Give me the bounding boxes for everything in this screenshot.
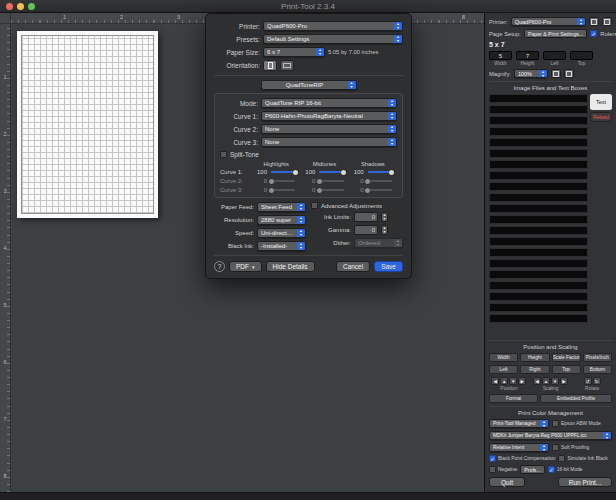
run-print-button[interactable]: Run Print... <box>558 477 612 487</box>
curve2-highlights-slider[interactable] <box>271 180 295 182</box>
image-list-row[interactable] <box>489 160 588 169</box>
right-button[interactable]: Right <box>520 365 549 374</box>
save-button[interactable]: Save <box>374 261 403 272</box>
text-button[interactable]: Text <box>590 94 612 110</box>
gamma-stepper[interactable] <box>381 225 388 235</box>
pane-selector[interactable]: QuadToneRIP <box>261 80 357 90</box>
image-list-row[interactable] <box>489 303 588 312</box>
image-list-row[interactable] <box>489 204 588 213</box>
page-preview[interactable] <box>17 31 158 218</box>
paper-feed-select[interactable]: Sheet Feed <box>257 202 306 212</box>
scaling-nudge-down-icon[interactable]: ▼ <box>551 377 559 385</box>
curve1-select[interactable]: P600-Hahn-PhotoRagBaryta-Neutral <box>261 111 397 121</box>
image-list-row[interactable] <box>489 248 588 257</box>
hide-details-button[interactable]: Hide Details <box>266 261 315 272</box>
width-button[interactable]: Width <box>489 353 518 362</box>
rulers-checkbox[interactable] <box>590 30 597 37</box>
curve1-highlights-slider[interactable] <box>271 171 295 173</box>
rotate-cw-icon[interactable]: ↻ <box>593 377 601 385</box>
ink-limits-field[interactable]: 0 <box>354 212 378 222</box>
mode-select[interactable]: QuadTone RIP 16-bit <box>261 98 397 108</box>
image-list-row[interactable] <box>489 281 588 290</box>
height-field[interactable]: 7 <box>516 51 539 60</box>
left-field[interactable] <box>543 51 566 60</box>
reload-button[interactable]: Reload <box>590 112 612 122</box>
magnify-select[interactable]: 100% <box>514 69 548 78</box>
top-button[interactable]: Top <box>552 365 581 374</box>
image-list-row[interactable] <box>489 182 588 191</box>
image-list-row[interactable] <box>489 127 588 136</box>
abw-mode-checkbox[interactable] <box>552 420 559 427</box>
rotate-ccw-icon[interactable]: ↺ <box>584 377 592 385</box>
advanced-adjustments-checkbox[interactable] <box>311 202 318 209</box>
gamma-field[interactable]: 0 <box>354 225 378 235</box>
curve3-highlights-slider[interactable] <box>271 189 295 191</box>
curve1-midtones-slider[interactable] <box>319 171 343 173</box>
image-list-row[interactable] <box>489 226 588 235</box>
image-list-row[interactable] <box>489 270 588 279</box>
image-list-row[interactable] <box>489 215 588 224</box>
image-file-list[interactable] <box>489 94 588 337</box>
color-managed-select[interactable]: Print-Tool Managed <box>489 419 549 428</box>
printer-select[interactable]: QuadP600-Pro <box>263 21 403 31</box>
help-button[interactable]: ? <box>214 261 225 272</box>
curve2-select[interactable]: None <box>261 124 397 134</box>
icc-profile-select[interactable]: MDKit Juniper Baryta Rag P600 UPPFL.icc <box>489 431 612 440</box>
left-button[interactable]: Left <box>489 365 518 374</box>
quit-button[interactable]: Quit <box>489 477 525 487</box>
simulate-ink-black-checkbox[interactable] <box>558 455 565 462</box>
image-list-row[interactable] <box>489 292 588 301</box>
paper-print-settings-button[interactable]: Paper & Print Settings... <box>524 29 587 38</box>
image-list-row[interactable] <box>489 259 588 268</box>
negative-checkbox[interactable] <box>489 466 496 473</box>
image-list-row[interactable] <box>489 94 588 103</box>
image-list-row[interactable] <box>489 116 588 125</box>
position-nudge-down-icon[interactable]: ▼ <box>509 377 517 385</box>
image-list-row[interactable] <box>489 149 588 158</box>
bottom-button[interactable]: Bottom <box>583 365 612 374</box>
orientation-portrait-button[interactable] <box>263 60 277 71</box>
curve3-select[interactable]: None <box>261 137 397 147</box>
image-list-row[interactable] <box>489 171 588 180</box>
cancel-button[interactable]: Cancel <box>336 261 370 272</box>
image-list-row[interactable] <box>489 193 588 202</box>
curve1-shadows-slider[interactable] <box>368 171 392 173</box>
curve2-shadows-slider[interactable] <box>368 180 392 182</box>
printer-setup-icon[interactable] <box>602 17 612 26</box>
zoom-fit-icon[interactable] <box>551 69 561 78</box>
speed-select[interactable]: Uni-directional <box>257 228 306 238</box>
scale-factor-button[interactable]: Scale Factor <box>552 353 581 362</box>
zoom-actual-icon[interactable] <box>564 69 574 78</box>
curve3-shadows-slider[interactable] <box>368 189 392 191</box>
curve2-midtones-slider[interactable] <box>319 180 343 182</box>
paper-size-select[interactable]: 6 x 7 <box>263 47 325 57</box>
presets-select[interactable]: Default Settings <box>263 34 403 44</box>
image-list-row[interactable] <box>489 105 588 114</box>
profs-button[interactable]: Profs... <box>520 465 544 474</box>
split-tone-checkbox[interactable] <box>220 151 227 158</box>
black-point-compensation-checkbox[interactable] <box>489 455 496 462</box>
pdf-menu-button[interactable]: PDF <box>229 261 262 272</box>
height-button[interactable]: Height <box>520 353 549 362</box>
scaling-nudge-left-icon[interactable]: ◀ <box>533 377 541 385</box>
ink-limits-stepper[interactable] <box>381 212 388 222</box>
sidebar-printer-select[interactable]: QuadP600-Pro <box>511 17 586 26</box>
image-list-row[interactable] <box>489 314 588 323</box>
position-nudge-right-icon[interactable]: ▶ <box>518 377 526 385</box>
resolution-select[interactable]: 2880 super <box>257 215 306 225</box>
scaling-nudge-up-icon[interactable]: ▲ <box>542 377 550 385</box>
soft-proofing-checkbox[interactable] <box>552 444 559 451</box>
embedded-profile-button[interactable]: Embedded Profile <box>540 394 612 403</box>
image-list-row[interactable] <box>489 138 588 147</box>
orientation-landscape-button[interactable] <box>280 60 294 71</box>
scaling-nudge-right-icon[interactable]: ▶ <box>560 377 568 385</box>
page-setup-icon[interactable] <box>589 17 599 26</box>
black-ink-select[interactable]: -Installed- <box>257 241 306 251</box>
rendering-intent-select[interactable]: Relative Intent <box>489 443 549 452</box>
bit16-mode-checkbox[interactable] <box>548 466 555 473</box>
position-nudge-left-icon[interactable]: ◀ <box>491 377 499 385</box>
top-field[interactable] <box>570 51 593 60</box>
width-field[interactable]: 5 <box>489 51 512 60</box>
format-button[interactable]: Format <box>489 394 538 403</box>
image-list-row[interactable] <box>489 237 588 246</box>
